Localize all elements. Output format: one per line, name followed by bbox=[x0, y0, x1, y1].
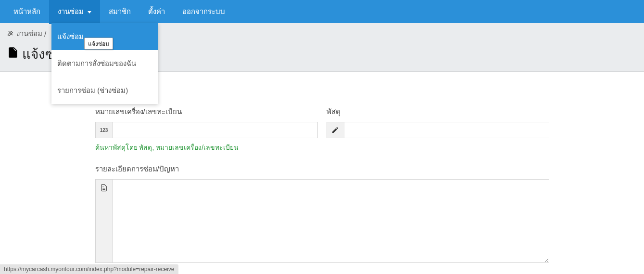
tools-icon bbox=[7, 29, 14, 39]
serial-input-group: 123 bbox=[95, 122, 318, 138]
serial-label: หมายเลขเครื่อง/เลขทะเบียน bbox=[95, 106, 318, 117]
card-header: การซ่อม bbox=[95, 80, 549, 106]
nav-logout[interactable]: ออกจากระบบ bbox=[174, 0, 234, 24]
nav-repair-label: งานซ่อม bbox=[58, 7, 84, 15]
nav-home[interactable]: หน้าหลัก bbox=[5, 0, 49, 24]
breadcrumb-root[interactable]: งานซ่อม bbox=[16, 28, 42, 39]
dropdown-item-track-my-repair[interactable]: ติดตามการสั่งซ่อมของฉัน bbox=[51, 50, 158, 77]
tooltip: แจ้งซ่อม bbox=[84, 38, 113, 50]
number-icon: 123 bbox=[96, 122, 113, 138]
breadcrumb-sep: / bbox=[44, 30, 46, 38]
serial-hint: ค้นหาพัสดุโดย พัสดุ, หมายเลขเครื่อง/เลขท… bbox=[95, 142, 318, 153]
page-title-text: แจ้งซ่ bbox=[22, 43, 54, 65]
nav-repair[interactable]: งานซ่อม bbox=[49, 0, 100, 24]
repair-form-card: การซ่อม หมายเลขเครื่อง/เลขทะเบียน 123 ค้… bbox=[95, 80, 549, 263]
supply-input[interactable] bbox=[344, 122, 549, 138]
status-bar: https://mycarcash.myontour.com/index.php… bbox=[0, 264, 178, 274]
chevron-down-icon bbox=[88, 11, 91, 13]
supply-input-group bbox=[327, 122, 549, 138]
pencil-icon bbox=[327, 122, 344, 138]
serial-input[interactable] bbox=[113, 122, 317, 138]
detail-textarea[interactable] bbox=[113, 180, 549, 262]
supply-col: พัสดุ bbox=[327, 106, 549, 153]
serial-col: หมายเลขเครื่อง/เลขทะเบียน 123 ค้นหาพัสดุ… bbox=[95, 106, 318, 153]
nav-settings[interactable]: ตั้งค่า bbox=[139, 0, 174, 24]
top-nav: หน้าหลัก งานซ่อม สมาชิก ตั้งค่า ออกจากระ… bbox=[0, 0, 644, 23]
form-row-top: หมายเลขเครื่อง/เลขทะเบียน 123 ค้นหาพัสดุ… bbox=[95, 106, 549, 153]
repair-dropdown: แจ้งซ่อม แจ้งซ่อม ติดตามการสั่งซ่อมของฉั… bbox=[51, 23, 158, 104]
document-icon bbox=[96, 180, 113, 262]
detail-textarea-group bbox=[95, 179, 549, 263]
nav-member[interactable]: สมาชิก bbox=[100, 0, 139, 24]
dropdown-item-repair-list[interactable]: รายการซ่อม (ช่างซ่อม) bbox=[51, 77, 158, 104]
dropdown-item-report-repair[interactable]: แจ้งซ่อม แจ้งซ่อม bbox=[51, 23, 158, 50]
file-edit-icon bbox=[7, 46, 19, 62]
detail-label: รายละเอียดการซ่อม/ปัญหา bbox=[95, 163, 549, 175]
supply-label: พัสดุ bbox=[327, 106, 549, 117]
dropdown-item-label: แจ้งซ่อม bbox=[57, 32, 84, 40]
